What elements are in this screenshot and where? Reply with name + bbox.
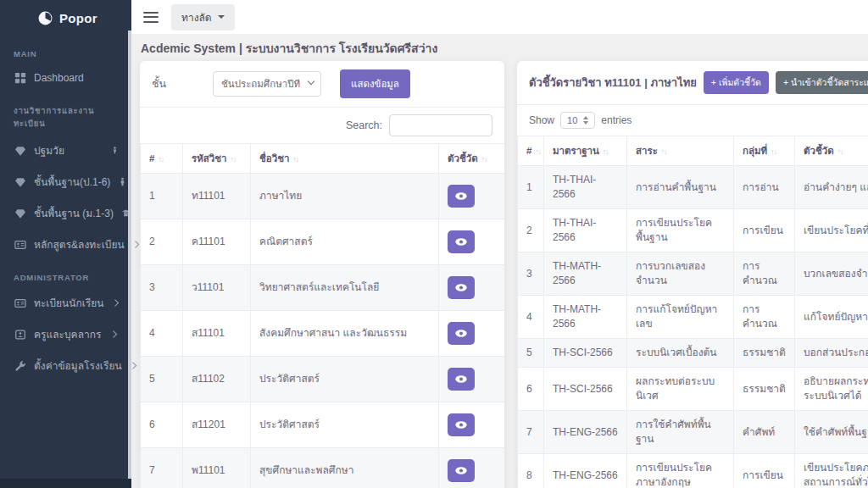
entries-select[interactable]: 10 <box>560 112 595 129</box>
column-header[interactable]: สาระ↑↓ <box>627 136 734 166</box>
sort-icon: ↑↓ <box>158 155 164 164</box>
sidebar-item[interactable]: ตั้งค่าข้อมูลโรงเรียน <box>0 350 131 381</box>
school-icon <box>14 175 26 188</box>
indicator-group-cell: การเขียน <box>734 209 795 252</box>
hamburger-menu-icon[interactable] <box>143 8 159 25</box>
subject-name-cell: คณิตศาสตร์ <box>251 219 439 265</box>
page-title: Acdemic System | ระบบงานวิชาการ โรงเรียน… <box>141 39 437 58</box>
column-header[interactable]: ตัวชี้วัด↑↓ <box>795 136 868 166</box>
indicator-strand-cell: ระบบนิเวศเบื้องต้น <box>627 339 734 368</box>
chevron-right-icon <box>132 240 142 250</box>
indicator-strand-cell: การอ่านคำพื้นฐาน <box>627 166 734 209</box>
indicators-panel: ตัวชี้วัดรายวิชา ท11101 | ภาษาไทย + เพิ่… <box>517 61 868 488</box>
sort-icon: ↑↓ <box>231 155 236 164</box>
subject-name-cell: ประวัติศาสตร์ <box>251 357 439 402</box>
column-header[interactable]: #↑↓ <box>518 136 544 166</box>
caret-down-icon <box>218 15 225 19</box>
class-select[interactable]: ชั้นประถมศึกษาปีที่ 1 <box>213 71 321 97</box>
eye-icon <box>454 191 468 201</box>
school-icon <box>14 207 26 219</box>
column-header[interactable]: กลุ่มที่↑↓ <box>734 136 795 166</box>
view-indicators-button[interactable] <box>448 276 475 299</box>
sort-icon: ↑↓ <box>771 147 776 156</box>
show-label: Show <box>529 114 554 126</box>
subject-no-cell: 7 <box>141 448 183 488</box>
column-header-label: มาตราฐาน <box>553 146 599 156</box>
sidebar-item-label: ชั้นพื้นฐาน(ป.1-6) <box>34 174 110 190</box>
shortcut-dropdown-button[interactable]: ทางลัด <box>171 4 235 30</box>
chevron-right-icon <box>112 298 121 308</box>
indicator-no-cell: 6 <box>518 368 544 411</box>
entries-value: 10 <box>567 115 577 125</box>
subject-code-cell: ท11101 <box>183 174 251 219</box>
sidebar-item[interactable]: หลักสูตร&ลงทะเบียน <box>0 229 131 260</box>
column-header[interactable]: มาตราฐาน↑↓ <box>544 136 627 166</box>
indicators-title: ตัวชี้วัดรายวิชา ท11101 | ภาษาไทย <box>529 74 697 92</box>
subject-name-cell: ภาษาไทย <box>251 174 439 219</box>
topbar: ทางลัด <box>131 0 868 34</box>
view-indicators-button[interactable] <box>448 185 475 208</box>
app-logo[interactable]: Popor <box>0 0 131 36</box>
view-indicators-button[interactable] <box>448 413 475 436</box>
view-indicators-button[interactable] <box>448 368 475 391</box>
sidebar-item[interactable]: ทะเบียนนักเรียน <box>0 287 131 319</box>
sidebar-item[interactable]: ครูและบุคลากร <box>0 319 131 350</box>
subject-action-cell <box>439 219 505 265</box>
indicator-indicator-cell: เขียนประโยคภาษาอังกฤษอย่างถูกต้องในสถานก… <box>795 454 868 488</box>
sidebar-item[interactable]: Dashboard <box>0 64 131 92</box>
indicator-no-cell: 3 <box>518 252 544 296</box>
sort-icon: ↑↓ <box>661 147 667 156</box>
sidebar-nav: MAINDashboardงานวิชาการและงานทะเบียนปฐมว… <box>0 36 131 381</box>
class-filter-row: ชั้น ชั้นประถมศึกษาปีที่ 1 แสดงข้อมูล <box>140 61 504 107</box>
indicator-indicator-cell: บวกเลขสองจำนวนที่ผลรวมไม่เกิน 100 <box>795 252 868 296</box>
indicator-indicator-cell: ใช้คำศัพท์พื้นฐานในชีวิตประจำวันได้ <box>795 411 868 454</box>
indicator-row: 3TH-MATH-2566การบวกเลขสองจำนวนการคำนวณบว… <box>518 252 868 296</box>
class-label: ชั้น <box>152 75 213 92</box>
column-header[interactable]: #↑↓ <box>141 144 183 174</box>
indicator-standard-cell: TH-SCI-2566 <box>544 368 627 411</box>
sidebar-item[interactable]: ชั้นพื้นฐาน(ป.1-6) <box>0 166 131 197</box>
import-core-indicators-button[interactable]: + นำเข้าตัวชี้วัดสาระแกนกลาง <box>776 71 868 94</box>
column-header-label: # <box>526 146 531 156</box>
eye-icon <box>454 420 468 430</box>
shortcut-label: ทางลัด <box>181 9 212 25</box>
indicator-row: 4TH-MATH-2566การแก้โจทย์ปัญหาเลขการคำนวณ… <box>518 296 868 339</box>
sidebar-item[interactable]: ปฐมวัย <box>0 135 131 166</box>
subject-name-cell: ประวัติศาสตร์ <box>251 402 439 448</box>
column-header-label: สาระ <box>636 146 658 156</box>
subject-row: 6ส11201ประวัติศาสตร์ <box>141 402 505 448</box>
eye-icon <box>454 374 468 384</box>
view-indicators-button[interactable] <box>448 459 475 482</box>
indicator-standard-cell: TH-ENG-2566 <box>544 454 627 488</box>
view-indicators-button[interactable] <box>448 322 475 345</box>
add-indicator-button[interactable]: + เพิ่มตัวชี้วัด <box>704 71 769 94</box>
subject-no-cell: 4 <box>141 311 183 357</box>
sidebar-scrollbar[interactable] <box>128 30 131 488</box>
column-header[interactable]: ตัวชี้วัด↑↓ <box>439 144 505 174</box>
column-header[interactable]: ชื่อวิชา↑↓ <box>251 144 439 174</box>
column-header-label: ตัวชี้วัด <box>804 146 834 156</box>
search-input[interactable] <box>389 114 492 136</box>
entries-row: Show 10 entries <box>517 105 868 136</box>
column-header-label: ตัวชี้วัด <box>448 153 478 164</box>
view-indicators-button[interactable] <box>448 230 475 253</box>
sidebar-item-label: Dashboard <box>34 72 84 84</box>
column-header[interactable]: รหัสวิชา↑↓ <box>183 144 251 174</box>
search-label: Search: <box>346 119 382 131</box>
show-data-button[interactable]: แสดงข้อมูล <box>340 69 410 98</box>
indicator-indicator-cell: บอกส่วนประกอบสำคัญของระบบนิเวศได้ <box>795 339 868 368</box>
sidebar: Popor MAINDashboardงานวิชาการและงานทะเบี… <box>0 0 131 488</box>
subjects-table-header: #↑↓รหัสวิชา↑↓ชื่อวิชา↑↓ตัวชี้วัด↑↓ <box>141 144 505 174</box>
eye-icon <box>454 466 468 475</box>
app-logo-text: Popor <box>59 11 97 25</box>
wrench-icon <box>14 359 26 372</box>
indicator-standard-cell: TH-MATH-2566 <box>544 296 627 339</box>
subject-no-cell: 5 <box>141 357 183 402</box>
indicator-group-cell: ธรรมชาติ <box>734 339 795 368</box>
subjects-table-body: 1ท11101ภาษาไทย2ค11101คณิตศาสตร์3ว11101วิ… <box>141 174 505 488</box>
sidebar-section-label: ADMINISTRATOR <box>0 260 131 287</box>
subject-row: 2ค11101คณิตศาสตร์ <box>141 219 505 265</box>
sidebar-item[interactable]: ชั้นพื้นฐาน (ม.1-3) <box>0 197 131 229</box>
entries-label: entries <box>601 114 632 126</box>
indicator-row: 7TH-ENG-2566การใช้คำศัพท์พื้นฐานคำศัพท์ใ… <box>518 411 868 454</box>
